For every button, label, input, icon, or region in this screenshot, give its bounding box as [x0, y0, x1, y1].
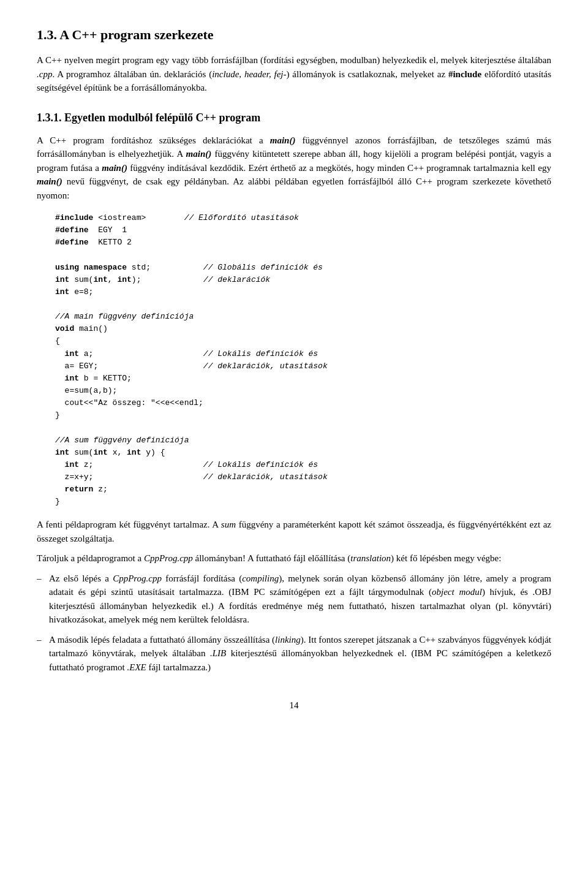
dash-content-2: A második lépés feladata a futtatható ál…	[49, 633, 551, 675]
subsection-paragraph: A C++ program fordításhoz szükséges dekl…	[37, 134, 551, 203]
page-number: 14	[37, 698, 551, 713]
after-code-paragraph-2: Tároljuk a példaprogramot a CppProg.cpp …	[37, 551, 551, 566]
dash-content-1: Az első lépés a CppProg.cpp forrásfájl f…	[49, 572, 551, 627]
section-title: 1.3. A C++ program szerkezete	[37, 25, 551, 45]
dash-item-1: – Az első lépés a CppProg.cpp forrásfájl…	[37, 572, 551, 627]
dash-symbol-2: –	[37, 633, 49, 675]
code-block: #include <iostream> // Előfordító utasít…	[55, 212, 551, 508]
dash-symbol-1: –	[37, 572, 49, 627]
intro-paragraph: A C++ nyelven megírt program egy vagy tö…	[37, 53, 551, 95]
subsection-title: 1.3.1. Egyetlen modulból felépülő C++ pr…	[37, 110, 551, 126]
after-code-paragraph-1: A fenti példaprogram két függvényt tarta…	[37, 518, 551, 545]
dash-item-2: – A második lépés feladata a futtatható …	[37, 633, 551, 675]
